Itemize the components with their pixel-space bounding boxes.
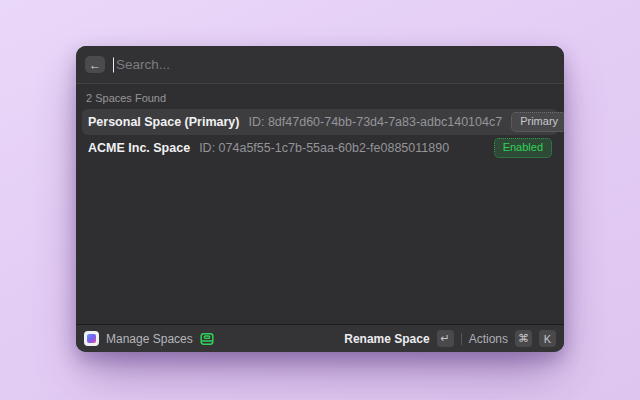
enabled-badge: Enabled [494, 138, 552, 158]
actions-button[interactable]: Actions ⌘ K [469, 330, 556, 347]
footer-bar: Manage Spaces Rename Space ↵ Actions ⌘ K [76, 324, 564, 352]
badge-group: Primary Enabled [511, 112, 564, 132]
space-id: ID: 074a5f55-1c7b-55aa-60b2-fe0885011890 [199, 141, 449, 155]
list-item-personal-space[interactable]: Personal Space (Primary) ID: 8df47d60-74… [82, 109, 558, 135]
badge-group: Enabled [494, 138, 552, 158]
command-key-icon: ⌘ [515, 330, 532, 347]
search-input[interactable] [113, 57, 555, 72]
return-key-icon: ↵ [437, 330, 454, 347]
search-input-wrap [113, 46, 555, 83]
primary-badge: Primary [511, 112, 564, 132]
space-id: ID: 8df47d60-74bb-73d4-7a83-adbc140104c7 [248, 115, 502, 129]
command-palette-window: ← 2 Spaces Found Personal Space (Primary… [76, 46, 564, 352]
manage-spaces-label: Manage Spaces [106, 332, 193, 346]
space-title: ACME Inc. Space [88, 141, 190, 155]
list-item-acme-space[interactable]: ACME Inc. Space ID: 074a5f55-1c7b-55aa-6… [82, 135, 558, 161]
extension-app-icon-glyph [87, 334, 96, 343]
back-button[interactable]: ← [85, 56, 105, 73]
k-key-icon: K [539, 330, 556, 347]
back-arrow-icon: ← [89, 59, 101, 71]
actions-label: Actions [469, 332, 508, 346]
search-bar: ← [76, 46, 564, 84]
results-count-header: 2 Spaces Found [86, 92, 554, 104]
extension-app-icon [84, 331, 99, 346]
footer-divider [461, 333, 462, 345]
footer-actions: Rename Space ↵ Actions ⌘ K [344, 330, 556, 347]
rename-space-label: Rename Space [344, 332, 429, 346]
results-list: 2 Spaces Found Personal Space (Primary) … [76, 84, 564, 324]
spaces-box-icon [200, 332, 214, 346]
rename-space-button[interactable]: Rename Space ↵ [344, 330, 453, 347]
space-title: Personal Space (Primary) [88, 115, 239, 129]
manage-spaces-button[interactable]: Manage Spaces [84, 331, 214, 346]
text-caret [113, 57, 114, 72]
